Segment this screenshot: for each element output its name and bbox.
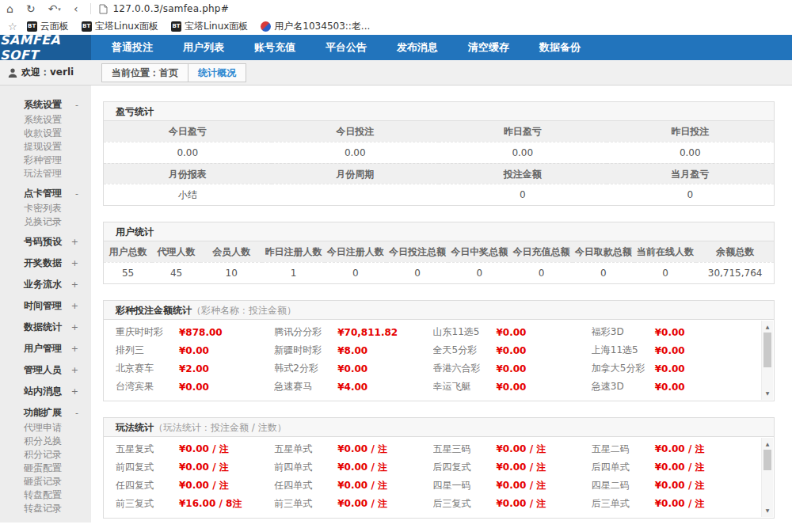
lottery-stat-item: 山东11选5 ¥0.00 bbox=[433, 323, 592, 341]
sidebar-item[interactable]: 兑换记录 bbox=[0, 215, 91, 229]
sidebar-item[interactable]: 业务流水 + bbox=[0, 276, 91, 293]
play-amount: ¥0.00 / 注 bbox=[337, 479, 387, 492]
bookmark-item[interactable]: BT 宝塔Linux面板 bbox=[82, 20, 158, 33]
nav-item[interactable]: 用户列表 bbox=[173, 35, 234, 60]
back-icon[interactable]: ‹ bbox=[74, 0, 78, 17]
scrollbar-thumb[interactable] bbox=[763, 450, 771, 470]
sidebar-item-label: 号码预设 bbox=[24, 235, 62, 249]
lottery-amount: ¥0.00 bbox=[655, 345, 685, 356]
sidebar-item[interactable]: 彩种管理 bbox=[0, 154, 91, 167]
table-header-cell: 用户总数 bbox=[104, 241, 152, 262]
sidebar-item[interactable]: 卡密列表 bbox=[0, 202, 91, 215]
lottery-name: 北京赛车 bbox=[116, 362, 179, 375]
lottery-amount: ¥4.00 bbox=[337, 382, 367, 393]
lottery-amount: ¥0.00 bbox=[655, 327, 685, 338]
breadcrumb-active-tab[interactable]: 统计概况 bbox=[188, 64, 246, 82]
bookmark-item[interactable]: 用户名1034503::老... bbox=[261, 20, 370, 33]
sidebar-item[interactable]: 提现设置 bbox=[0, 140, 91, 154]
sidebar-item[interactable]: 功能扩展 - bbox=[0, 405, 91, 421]
lottery-stat-item: 新疆时时彩 ¥8.00 bbox=[274, 341, 432, 359]
home-icon[interactable]: ⌂ bbox=[6, 0, 13, 17]
panel-title: 用户统计 bbox=[104, 222, 774, 241]
panel-play-stats: 玩法统计（玩法统计：投注金额 / 注数） 五星复式 ¥0.00 / 注 五星单式 bbox=[103, 417, 775, 519]
lottery-stat-item: 台湾宾果 ¥0.00 bbox=[116, 378, 274, 396]
bookmark-item[interactable]: BT 宝塔Linux面板 bbox=[171, 20, 248, 33]
bookmark-favicon bbox=[261, 21, 271, 32]
scrollbar-thumb[interactable] bbox=[763, 332, 771, 367]
nav-item[interactable]: 平台公告 bbox=[316, 35, 376, 60]
lottery-name: 排列三 bbox=[116, 344, 179, 357]
sub-header-bar: 欢迎：verli 当前位置：首页 统计概况 bbox=[0, 60, 792, 86]
sidebar-item[interactable]: 积分兑换 bbox=[0, 435, 91, 448]
table-value-row: 554510100000030,715,764 bbox=[104, 262, 774, 283]
lottery-name: 韩式2分彩 bbox=[274, 362, 337, 375]
play-amount: ¥0.00 / 注 bbox=[179, 479, 229, 492]
scroll-up-icon[interactable]: ▲ bbox=[762, 322, 773, 332]
scroll-down-icon[interactable]: ▼ bbox=[762, 506, 773, 515]
nav-item[interactable]: 清空缓存 bbox=[459, 35, 519, 60]
nav-item[interactable]: 数据备份 bbox=[530, 35, 590, 60]
play-name: 前三单式 bbox=[274, 497, 337, 511]
lottery-name: 全天5分彩 bbox=[433, 344, 497, 357]
bookmark-item[interactable]: BT 云面板 bbox=[27, 20, 69, 33]
sidebar-item[interactable]: 砸蛋记录 bbox=[0, 475, 91, 488]
nav-item[interactable]: 账号充值 bbox=[245, 35, 305, 60]
url-field[interactable]: 127.0.0.3/samfea.php# bbox=[112, 3, 228, 14]
reload-icon[interactable]: ↻ bbox=[26, 0, 36, 17]
lottery-stat-item: 腾讯分分彩 ¥70,811.82 bbox=[274, 323, 432, 341]
scrollbar[interactable]: ▲ ▼ bbox=[761, 438, 773, 517]
bookmark-label: 云面板 bbox=[40, 20, 69, 33]
nav-item[interactable]: 发布消息 bbox=[387, 35, 447, 60]
lottery-name: 重庆时时彩 bbox=[116, 325, 179, 339]
sidebar-item[interactable]: 点卡管理 - bbox=[0, 185, 91, 202]
table-header-row: 用户总数代理人数会员人数昨日注册人数今日注册人数今日投注总额今日中奖总额今日充值… bbox=[104, 241, 774, 262]
sidebar-item[interactable]: 数据统计 + bbox=[0, 319, 91, 336]
sidebar-item-toggle-icon: + bbox=[71, 301, 78, 311]
welcome-text: 欢迎：verli bbox=[21, 66, 74, 79]
sidebar-item[interactable]: 号码预设 + bbox=[0, 234, 91, 250]
undo-icon[interactable]: ↶▾ bbox=[48, 0, 61, 18]
sidebar-item-toggle-icon: + bbox=[71, 344, 78, 354]
sidebar-item[interactable]: 转盘记录 bbox=[0, 502, 91, 515]
sidebar-item[interactable]: 用户管理 + bbox=[0, 340, 91, 357]
sidebar-item[interactable]: 管理人员 + bbox=[0, 362, 91, 378]
sidebar-item[interactable]: 转盘配置 bbox=[0, 488, 91, 502]
panel-title-text: 彩种投注金额统计 bbox=[116, 305, 192, 316]
sidebar-item[interactable]: 系统设置 bbox=[0, 113, 91, 127]
sidebar-item[interactable]: 开奖数据 + bbox=[0, 255, 91, 272]
sidebar-item[interactable]: 系统设置 - bbox=[0, 97, 91, 113]
sidebar-item[interactable]: 代理申请 bbox=[0, 421, 91, 435]
table-header-cell: 月份周期 bbox=[272, 163, 440, 184]
sidebar-item-toggle-icon: - bbox=[75, 188, 78, 199]
sidebar-item-label: 点卡管理 bbox=[24, 187, 62, 200]
sidebar-item[interactable]: 积分记录 bbox=[0, 448, 91, 462]
sidebar-item[interactable]: 站内消息 + bbox=[0, 383, 91, 400]
play-stat-item: 五星单式 ¥0.00 / 注 bbox=[274, 440, 432, 458]
lottery-stat-item: 福彩3D ¥0.00 bbox=[592, 323, 750, 341]
scroll-up-icon[interactable]: ▲ bbox=[762, 439, 773, 449]
table-header-cell: 今日充值总额 bbox=[510, 241, 572, 262]
lottery-amount: ¥0.00 bbox=[497, 363, 527, 374]
sidebar-item[interactable]: 玩法管理 bbox=[0, 167, 91, 180]
lottery-amount: ¥0.00 bbox=[337, 363, 367, 374]
scroll-down-icon[interactable]: ▼ bbox=[762, 389, 773, 398]
welcome-area: 欢迎：verli bbox=[0, 66, 91, 79]
bookmark-star-icon[interactable]: ☆ bbox=[8, 21, 17, 32]
play-name: 前三复式 bbox=[116, 497, 179, 511]
play-name: 前四复式 bbox=[116, 461, 179, 474]
table-value-cell: 45 bbox=[152, 262, 200, 283]
play-name: 四星一码 bbox=[433, 479, 497, 492]
sidebar-item-label: 玩法管理 bbox=[24, 167, 62, 180]
nav-item[interactable]: 普通投注 bbox=[102, 35, 162, 60]
sidebar-item[interactable]: 砸蛋配置 bbox=[0, 462, 91, 475]
sidebar-item[interactable]: 时间管理 + bbox=[0, 298, 91, 314]
scrollbar[interactable]: ▲ ▼ bbox=[761, 321, 773, 400]
sidebar-item-label: 彩种管理 bbox=[24, 154, 62, 167]
table-header-cell: 今日注册人数 bbox=[325, 241, 386, 262]
play-name: 后三单式 bbox=[592, 497, 655, 511]
table-header-cell: 当前在线人数 bbox=[634, 241, 696, 262]
play-name: 后四单式 bbox=[592, 461, 655, 474]
sidebar-item-toggle-icon: + bbox=[71, 365, 78, 375]
sidebar-item[interactable]: 收款设置 bbox=[0, 127, 91, 140]
bookmark-label: 宝塔Linux面板 bbox=[95, 20, 158, 33]
